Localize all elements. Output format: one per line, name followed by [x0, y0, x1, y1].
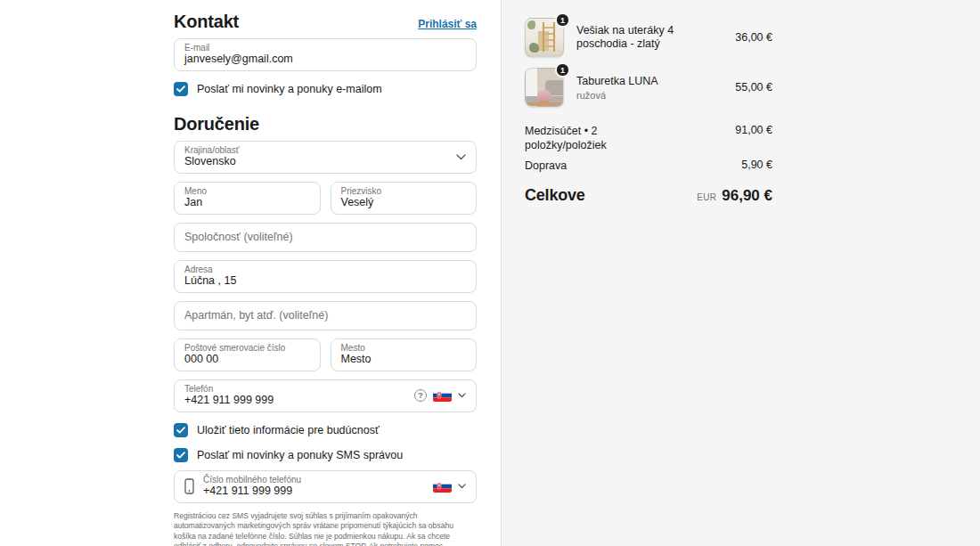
mobile-phone-field[interactable]: Číslo mobilného telefónu +421 911 999 99… — [174, 470, 477, 503]
shipping-label: Doprava — [525, 159, 567, 173]
email-field[interactable]: E-mail janvesely@gmail.com — [174, 38, 477, 71]
sms-disclaimer-text: Registráciou cez SMS vyjadrujete svoj sú… — [174, 511, 477, 546]
order-summary-panel: 1 Vešiak na uteráky 4 poschodia - zlatý … — [501, 0, 980, 546]
product-variant: ružová — [576, 90, 723, 101]
product-name: Vešiak na uteráky 4 poschodia - zlatý — [576, 24, 723, 51]
sms-newsletter-checkbox[interactable]: Poslať mi novinky a ponuky SMS správou — [174, 448, 477, 462]
help-icon[interactable]: ? — [414, 389, 427, 402]
chevron-down-icon — [458, 484, 466, 489]
shipping-value: 5,90 € — [741, 159, 772, 171]
city-value: Mesto — [341, 353, 467, 366]
last-name-field[interactable]: Priezvisko Veselý — [331, 182, 478, 215]
save-info-checkbox[interactable]: Uložiť tieto informácie pre budúcnosť — [174, 423, 477, 437]
postal-code-value: 000 00 — [184, 353, 310, 366]
product-price: 55,00 € — [735, 81, 772, 94]
email-newsletter-label: Poslať mi novinky a ponuky e-mailom — [197, 83, 382, 95]
last-name-label: Priezvisko — [341, 186, 467, 196]
quantity-badge: 1 — [555, 12, 570, 28]
phone-value: +421 911 999 999 — [184, 394, 414, 407]
total-row: Celkove EUR 96,90 € — [525, 186, 772, 205]
email-newsletter-checkbox[interactable]: Poslať mi novinky a ponuky e-mailom — [174, 82, 477, 96]
shipping-row: Doprava 5,90 € — [525, 159, 772, 173]
email-value: janvesely@gmail.com — [184, 53, 466, 66]
phone-field[interactable]: Telefón +421 911 999 999 ? — [174, 379, 477, 412]
address-label: Adresa — [184, 265, 466, 274]
email-label: E-mail — [184, 43, 466, 53]
sms-newsletter-label: Poslať mi novinky a ponuky SMS správou — [197, 449, 403, 461]
subtotal-value: 91,00 € — [735, 124, 772, 136]
cart-item: 1 Vešiak na uteráky 4 poschodia - zlatý … — [525, 18, 772, 57]
quantity-badge: 1 — [555, 62, 570, 77]
address-value: Lúčna , 15 — [184, 274, 466, 288]
country-label: Krajina/oblasť — [184, 145, 456, 155]
checkbox-checked-icon — [174, 82, 188, 96]
checkout-page: Kontakt Prihlásiť sa E-mail janvesely@gm… — [0, 0, 980, 546]
login-link[interactable]: Prihlásiť sa — [418, 18, 477, 30]
checkbox-checked-icon — [174, 448, 188, 462]
checkout-form-column: Kontakt Prihlásiť sa E-mail janvesely@gm… — [0, 0, 501, 546]
apartment-placeholder: Apartmán, byt atď. (voliteľné) — [184, 309, 328, 322]
slovakia-flag-icon[interactable] — [433, 389, 452, 402]
mobile-phone-icon — [184, 478, 194, 494]
subtotal-label: Medzisúčet • 2 položky/položiek — [525, 124, 642, 152]
save-info-label: Uložiť tieto informácie pre budúcnosť — [197, 424, 380, 436]
mobile-phone-value: +421 911 999 999 — [203, 485, 433, 498]
contact-title: Kontakt — [174, 12, 239, 30]
first-name-value: Jan — [184, 196, 310, 209]
country-value: Slovensko — [184, 155, 456, 168]
contact-header: Kontakt Prihlásiť sa — [174, 12, 477, 30]
country-select[interactable]: Krajina/oblasť Slovensko — [174, 141, 477, 174]
first-name-label: Meno — [184, 186, 310, 196]
apartment-field[interactable]: Apartmán, byt atď. (voliteľné) — [174, 301, 477, 330]
postal-code-field[interactable]: Poštové smerovacie číslo 000 00 — [174, 338, 321, 371]
product-name: Taburetka LUNA — [576, 75, 723, 88]
phone-label: Telefón — [184, 384, 414, 394]
chevron-down-icon — [456, 154, 466, 160]
chevron-down-icon — [458, 393, 466, 398]
mobile-phone-label: Číslo mobilného telefónu — [203, 475, 433, 485]
cart-item: 1 Taburetka LUNA ružová 55,00 € — [525, 68, 772, 107]
subtotal-row: Medzisúčet • 2 položky/položiek 91,00 € — [525, 124, 772, 152]
slovakia-flag-icon[interactable] — [433, 480, 452, 493]
total-label: Celkove — [525, 186, 585, 205]
city-field[interactable]: Mesto Mesto — [331, 338, 478, 371]
total-value: 96,90 € — [722, 187, 772, 205]
postal-code-label: Poštové smerovacie číslo — [184, 343, 310, 353]
company-placeholder: Spoločnosť (voliteľné) — [184, 231, 293, 244]
address-field[interactable]: Adresa Lúčna , 15 — [174, 260, 477, 293]
product-price: 36,00 € — [735, 31, 772, 44]
company-field[interactable]: Spoločnosť (voliteľné) — [174, 223, 477, 252]
city-label: Mesto — [341, 343, 467, 353]
first-name-field[interactable]: Meno Jan — [174, 182, 321, 215]
currency-code: EUR — [697, 192, 716, 202]
delivery-title: Doručenie — [174, 115, 477, 133]
checkbox-checked-icon — [174, 423, 188, 437]
last-name-value: Veselý — [341, 196, 467, 209]
